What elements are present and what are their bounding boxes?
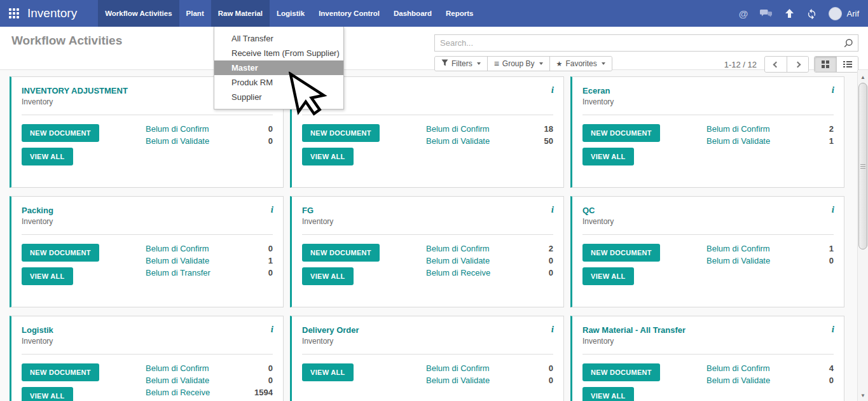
dropdown-item-master[interactable]: Master	[214, 60, 343, 75]
stat-label[interactable]: Belum di Confirm	[146, 363, 246, 373]
scrollbar-thumb[interactable]	[858, 83, 867, 250]
stat-label[interactable]: Belum di Confirm	[706, 363, 807, 373]
up-arrow-icon[interactable]	[784, 8, 795, 18]
stat-row: Belum di Confirm2	[706, 124, 834, 134]
stat-label[interactable]: Belum di Confirm	[426, 124, 527, 134]
stat-label[interactable]: Belum di Receive	[426, 268, 527, 278]
stat-label[interactable]: Belum di Receive	[146, 388, 246, 397]
kanban-view-button[interactable]	[815, 57, 836, 72]
card-title[interactable]: Packing	[22, 206, 273, 215]
group-by-button[interactable]: ≡ Group By	[487, 57, 549, 71]
new-document-button[interactable]: NEW DOCUMENT	[582, 244, 660, 262]
search-box	[434, 34, 858, 52]
stat-label[interactable]: Belum di Validate	[706, 376, 807, 385]
apps-grid-icon[interactable]	[9, 8, 19, 18]
refresh-icon[interactable]	[806, 8, 817, 19]
stat-label[interactable]: Belum di Confirm	[426, 363, 527, 373]
search-icon[interactable]	[843, 38, 853, 51]
chat-icon[interactable]	[760, 9, 773, 18]
info-icon[interactable]: i	[551, 324, 554, 335]
main-menu: Workflow Activities Plant Raw Material L…	[98, 0, 480, 27]
pager-next-button[interactable]	[787, 57, 808, 72]
stat-label[interactable]: Belum di Validate	[426, 136, 527, 146]
new-document-button[interactable]: NEW DOCUMENT	[22, 363, 99, 381]
info-icon[interactable]: i	[271, 204, 273, 215]
info-icon[interactable]: i	[271, 324, 273, 335]
stat-label[interactable]: Belum di Validate	[146, 136, 246, 146]
menu-plant[interactable]: Plant	[179, 0, 211, 27]
favorites-button[interactable]: ★ Favorites	[549, 57, 612, 71]
new-document-button[interactable]: NEW DOCUMENT	[302, 124, 380, 142]
view-all-button[interactable]: VIEW ALL	[22, 267, 73, 285]
search-input[interactable]	[435, 35, 858, 51]
scroll-up-button[interactable]: ▲	[858, 72, 868, 83]
menu-dashboard[interactable]: Dashboard	[387, 0, 439, 27]
info-icon[interactable]: i	[551, 204, 554, 215]
dropdown-item-produk-rm[interactable]: Produk RM	[214, 75, 343, 90]
menu-raw-material[interactable]: Raw Material	[211, 0, 270, 27]
info-icon[interactable]: i	[832, 85, 834, 95]
stat-value: 0	[246, 363, 273, 373]
dropdown-item-all-transfer[interactable]: All Transfer	[214, 31, 343, 46]
user-name[interactable]: Arif	[847, 9, 860, 18]
menu-inventory-control[interactable]: Inventory Control	[312, 0, 387, 27]
view-all-button[interactable]: VIEW ALL	[582, 148, 634, 165]
stat-label[interactable]: Belum di Confirm	[706, 124, 807, 134]
stat-value: 2	[527, 244, 553, 253]
info-icon[interactable]: i	[832, 324, 834, 335]
new-document-button[interactable]: NEW DOCUMENT	[302, 244, 380, 262]
stat-value: 1	[246, 256, 273, 265]
new-document-button[interactable]: NEW DOCUMENT	[22, 244, 99, 262]
view-all-button[interactable]: VIEW ALL	[22, 148, 73, 165]
stat-label[interactable]: Belum di Confirm	[706, 244, 807, 253]
card-title[interactable]: QC	[582, 206, 834, 215]
view-all-button[interactable]: VIEW ALL	[302, 148, 354, 165]
menu-workflow-activities[interactable]: Workflow Activities	[98, 0, 179, 27]
new-document-button[interactable]: NEW DOCUMENT	[582, 124, 660, 142]
stat-label[interactable]: Belum di Validate	[146, 256, 246, 265]
view-all-button[interactable]: VIEW ALL	[582, 267, 634, 285]
user-avatar[interactable]	[829, 7, 842, 20]
info-icon[interactable]: i	[832, 204, 834, 215]
card-title[interactable]: Logistik	[22, 325, 273, 335]
card-title[interactable]: Delivery Order	[302, 325, 553, 335]
stat-label[interactable]: Belum di Confirm	[146, 124, 246, 134]
stat-value: 0	[807, 256, 834, 265]
info-icon[interactable]: i	[551, 85, 554, 95]
stat-label[interactable]: Belum di Transfer	[146, 268, 246, 278]
card-title[interactable]: Raw Material - All Transfer	[582, 325, 834, 335]
filters-button[interactable]: Filters	[435, 57, 487, 71]
stat-label[interactable]: Belum di Validate	[426, 256, 527, 265]
menu-logistik[interactable]: Logistik	[270, 0, 312, 27]
card-divider	[22, 354, 273, 355]
search-options: Filters ≡ Group By ★ Favorites	[434, 56, 612, 71]
view-all-button[interactable]: VIEW ALL	[302, 267, 354, 285]
dropdown-item-supplier[interactable]: Supplier	[214, 90, 343, 104]
vertical-scrollbar[interactable]: ▲ ▼	[857, 70, 868, 401]
menu-reports[interactable]: Reports	[439, 0, 480, 27]
card-title[interactable]: FG	[302, 206, 553, 215]
stat-row: Belum di Confirm0	[146, 244, 273, 253]
list-view-button[interactable]	[836, 57, 858, 72]
stat-label[interactable]: Belum di Validate	[706, 256, 807, 265]
view-all-button[interactable]: VIEW ALL	[302, 363, 354, 381]
dropdown-item-receive-item-from-supplier[interactable]: Receive Item (From Supplier)	[214, 46, 343, 60]
stat-value: 0	[527, 376, 553, 385]
card-subtitle: Inventory	[22, 337, 273, 346]
stat-value: 1	[807, 136, 834, 146]
pager-previous-button[interactable]	[765, 57, 787, 72]
view-all-button[interactable]: VIEW ALL	[582, 387, 634, 401]
app-title[interactable]: Inventory	[27, 6, 77, 20]
stat-label[interactable]: Belum di Validate	[706, 136, 807, 146]
scroll-down-button[interactable]: ▼	[858, 390, 868, 401]
mention-icon[interactable]: @	[739, 8, 748, 19]
new-document-button[interactable]: NEW DOCUMENT	[582, 363, 660, 381]
stat-label[interactable]: Belum di Confirm	[426, 244, 527, 253]
stat-label[interactable]: Belum di Validate	[146, 376, 246, 385]
new-document-button[interactable]: NEW DOCUMENT	[22, 124, 99, 142]
stat-label[interactable]: Belum di Validate	[426, 376, 527, 385]
stat-row: Belum di Receive1594	[146, 388, 273, 397]
stat-label[interactable]: Belum di Confirm	[146, 244, 246, 253]
view-all-button[interactable]: VIEW ALL	[22, 387, 73, 401]
card-title[interactable]: Eceran	[582, 86, 834, 95]
